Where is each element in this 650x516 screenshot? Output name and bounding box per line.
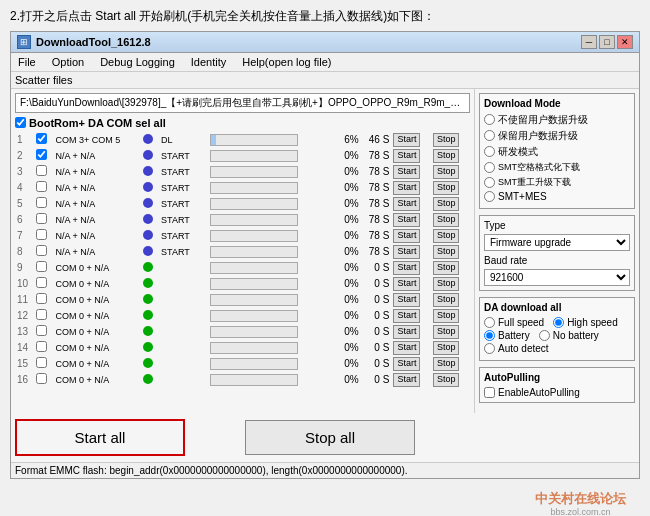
row-checkbox-cell[interactable] xyxy=(34,132,53,148)
row-checkbox[interactable] xyxy=(36,341,47,352)
row-checkbox[interactable] xyxy=(36,165,47,176)
row-start-btn-cell[interactable]: Start xyxy=(391,308,431,324)
row-start-btn-cell[interactable]: Start xyxy=(391,324,431,340)
menu-debug-logging[interactable]: Debug Logging xyxy=(97,55,178,69)
row-stop-button[interactable]: Stop xyxy=(433,133,460,147)
row-start-btn-cell[interactable]: Start xyxy=(391,244,431,260)
row-checkbox[interactable] xyxy=(36,197,47,208)
row-checkbox[interactable] xyxy=(36,309,47,320)
row-stop-btn-cell[interactable]: Stop xyxy=(431,372,470,388)
row-stop-button[interactable]: Stop xyxy=(433,277,460,291)
minimize-button[interactable]: ─ xyxy=(581,35,597,49)
row-checkbox-cell[interactable] xyxy=(34,340,53,356)
row-start-button[interactable]: Start xyxy=(393,165,420,179)
row-checkbox-cell[interactable] xyxy=(34,148,53,164)
row-stop-btn-cell[interactable]: Stop xyxy=(431,244,470,260)
row-start-button[interactable]: Start xyxy=(393,181,420,195)
row-start-btn-cell[interactable]: Start xyxy=(391,276,431,292)
mode-radio-input-3[interactable] xyxy=(484,146,495,157)
row-checkbox[interactable] xyxy=(36,293,47,304)
row-start-button[interactable]: Start xyxy=(393,197,420,211)
row-checkbox[interactable] xyxy=(36,325,47,336)
stop-all-button[interactable]: Stop all xyxy=(245,420,415,455)
mode-radio-input-1[interactable] xyxy=(484,114,495,125)
row-stop-btn-cell[interactable]: Stop xyxy=(431,324,470,340)
row-checkbox-cell[interactable] xyxy=(34,372,53,388)
menu-help[interactable]: Help(open log file) xyxy=(239,55,334,69)
row-start-button[interactable]: Start xyxy=(393,309,420,323)
row-stop-button[interactable]: Stop xyxy=(433,181,460,195)
row-checkbox[interactable] xyxy=(36,181,47,192)
menu-option[interactable]: Option xyxy=(49,55,87,69)
row-start-btn-cell[interactable]: Start xyxy=(391,292,431,308)
row-checkbox[interactable] xyxy=(36,213,47,224)
row-stop-button[interactable]: Stop xyxy=(433,373,460,387)
row-stop-button[interactable]: Stop xyxy=(433,229,460,243)
row-checkbox[interactable] xyxy=(36,277,47,288)
row-start-button[interactable]: Start xyxy=(393,293,420,307)
row-stop-btn-cell[interactable]: Stop xyxy=(431,260,470,276)
no-battery-radio[interactable] xyxy=(539,330,550,341)
row-start-btn-cell[interactable]: Start xyxy=(391,148,431,164)
row-stop-btn-cell[interactable]: Stop xyxy=(431,148,470,164)
row-start-button[interactable]: Start xyxy=(393,149,420,163)
row-stop-btn-cell[interactable]: Stop xyxy=(431,196,470,212)
row-start-btn-cell[interactable]: Start xyxy=(391,180,431,196)
row-start-button[interactable]: Start xyxy=(393,261,420,275)
row-stop-button[interactable]: Stop xyxy=(433,197,460,211)
row-checkbox-cell[interactable] xyxy=(34,180,53,196)
row-checkbox-cell[interactable] xyxy=(34,260,53,276)
row-start-btn-cell[interactable]: Start xyxy=(391,164,431,180)
row-stop-button[interactable]: Stop xyxy=(433,341,460,355)
row-start-btn-cell[interactable]: Start xyxy=(391,340,431,356)
row-start-button[interactable]: Start xyxy=(393,325,420,339)
row-stop-btn-cell[interactable]: Stop xyxy=(431,180,470,196)
close-button[interactable]: ✕ xyxy=(617,35,633,49)
battery-radio[interactable] xyxy=(484,330,495,341)
mode-radio-input-6[interactable] xyxy=(484,191,495,202)
row-start-button[interactable]: Start xyxy=(393,213,420,227)
row-checkbox-cell[interactable] xyxy=(34,356,53,372)
row-stop-btn-cell[interactable]: Stop xyxy=(431,356,470,372)
row-stop-btn-cell[interactable]: Stop xyxy=(431,340,470,356)
row-start-btn-cell[interactable]: Start xyxy=(391,356,431,372)
row-stop-button[interactable]: Stop xyxy=(433,149,460,163)
row-start-btn-cell[interactable]: Start xyxy=(391,212,431,228)
row-start-btn-cell[interactable]: Start xyxy=(391,372,431,388)
row-start-button[interactable]: Start xyxy=(393,133,420,147)
row-start-button[interactable]: Start xyxy=(393,373,420,387)
row-checkbox[interactable] xyxy=(36,245,47,256)
full-speed-radio[interactable] xyxy=(484,317,495,328)
high-speed-radio[interactable] xyxy=(553,317,564,328)
row-checkbox-cell[interactable] xyxy=(34,276,53,292)
header-checkbox[interactable] xyxy=(15,117,26,128)
row-stop-btn-cell[interactable]: Stop xyxy=(431,132,470,148)
row-stop-button[interactable]: Stop xyxy=(433,293,460,307)
row-checkbox-cell[interactable] xyxy=(34,324,53,340)
row-start-btn-cell[interactable]: Start xyxy=(391,260,431,276)
maximize-button[interactable]: □ xyxy=(599,35,615,49)
row-checkbox[interactable] xyxy=(36,229,47,240)
header-check-label[interactable]: BootRom+ DA COM sel all xyxy=(15,117,166,129)
menu-identity[interactable]: Identity xyxy=(188,55,229,69)
mode-radio-input-5[interactable] xyxy=(484,177,495,188)
row-start-button[interactable]: Start xyxy=(393,357,420,371)
type-select[interactable]: Firmware upgrade xyxy=(484,234,630,251)
row-checkbox[interactable] xyxy=(36,133,47,144)
row-checkbox-cell[interactable] xyxy=(34,308,53,324)
row-stop-button[interactable]: Stop xyxy=(433,309,460,323)
enable-auto-pulling-checkbox[interactable] xyxy=(484,387,495,398)
row-start-btn-cell[interactable]: Start xyxy=(391,228,431,244)
row-stop-button[interactable]: Stop xyxy=(433,261,460,275)
row-checkbox[interactable] xyxy=(36,357,47,368)
mode-radio-input-4[interactable] xyxy=(484,162,495,173)
row-start-btn-cell[interactable]: Start xyxy=(391,132,431,148)
row-checkbox-cell[interactable] xyxy=(34,196,53,212)
row-stop-button[interactable]: Stop xyxy=(433,325,460,339)
row-checkbox-cell[interactable] xyxy=(34,212,53,228)
row-checkbox[interactable] xyxy=(36,149,47,160)
row-stop-button[interactable]: Stop xyxy=(433,357,460,371)
row-start-button[interactable]: Start xyxy=(393,277,420,291)
row-start-button[interactable]: Start xyxy=(393,229,420,243)
row-stop-btn-cell[interactable]: Stop xyxy=(431,212,470,228)
